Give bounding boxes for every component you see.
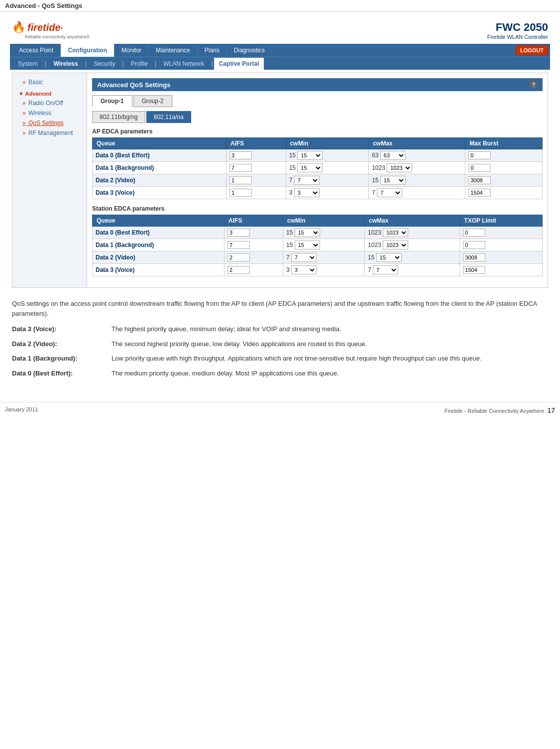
ap-col-aifs: AIFS xyxy=(226,138,286,149)
page-header: Advanced - QoS Settings xyxy=(0,0,560,12)
sta-cwmin-select[interactable]: 371531631272555111023 xyxy=(295,228,320,237)
sta-cwmax-select[interactable]: 71531631272555111023 xyxy=(373,265,398,274)
help-icon[interactable]: ? xyxy=(530,81,538,89)
sta-txop-input[interactable] xyxy=(463,229,485,237)
sub-nav-security[interactable]: Security xyxy=(88,58,121,70)
desc-intro: QoS settings on the access point control… xyxy=(12,299,548,318)
ap-cwmax-cell: 63 71531631272555111023 xyxy=(369,149,465,162)
nav-maintenance[interactable]: Maintenance xyxy=(149,44,198,57)
ap-maxburst-input[interactable] xyxy=(468,176,491,184)
sub-nav-profile[interactable]: Profile xyxy=(125,58,154,70)
sta-aifs-input[interactable] xyxy=(227,253,250,261)
ap-cwmax-cell: 15 71531631272555111023 xyxy=(369,174,465,187)
ap-aifs-input[interactable] xyxy=(229,176,252,184)
sub-nav-wireless[interactable]: Wireless xyxy=(47,58,84,70)
logout-button[interactable]: LOGOUT xyxy=(516,45,548,55)
sta-queue-cell: Data 2 (Video) xyxy=(93,251,224,264)
ap-cwmin-select[interactable]: 371531631272555111023 xyxy=(297,151,323,160)
sidebar-item-basic[interactable]: » Basic xyxy=(12,77,87,87)
station-edca-label: Station EDCA parameters xyxy=(92,205,543,212)
ap-edca-row: Data 0 (Best Effort) 15 3715316312725551… xyxy=(93,149,543,162)
fwc-title: FWC 2050 xyxy=(487,21,548,34)
ap-cwmin-select[interactable]: 371531631272555111023 xyxy=(294,188,320,197)
sta-cwmin-select[interactable]: 371531631272555111023 xyxy=(291,265,317,274)
band-tab-a[interactable]: 802.11a/na xyxy=(146,111,191,123)
ap-col-queue: Queue xyxy=(93,138,226,149)
ap-cwmin-cell: 15 371531631272555111023 xyxy=(286,162,368,174)
ap-maxburst-input[interactable] xyxy=(468,151,491,159)
ap-edca-label: AP EDCA parameters xyxy=(92,128,543,135)
nav-diagnostics[interactable]: Diagnostics xyxy=(227,44,272,57)
ap-cwmax-select[interactable]: 71531631272555111023 xyxy=(387,163,412,172)
nav-monitor[interactable]: Monitor xyxy=(114,44,149,57)
sta-cwmin-select[interactable]: 371531631272555111023 xyxy=(295,241,320,250)
nav-access-point[interactable]: Access Point xyxy=(12,44,61,57)
flame-icon: 🔥 xyxy=(12,21,25,34)
sidebar-item-radio[interactable]: » Radio On/Off xyxy=(12,98,87,108)
group-tab-1[interactable]: Group-1 xyxy=(92,95,132,107)
sta-col-queue: Queue xyxy=(93,215,224,227)
logo-bar: 🔥 firetide· Reliable connectivity anywhe… xyxy=(10,17,550,44)
desc-row: Data 1 (Background): Low priority queue … xyxy=(12,354,548,364)
sta-cwmax-select[interactable]: 71531631272555111023 xyxy=(383,241,408,250)
ap-cwmax-cell: 7 71531631272555111023 xyxy=(369,187,465,199)
sta-cwmin-select[interactable]: 371531631272555111023 xyxy=(291,253,317,262)
sta-aifs-input[interactable] xyxy=(227,241,250,249)
nav-configuration[interactable]: Configuration xyxy=(61,44,114,57)
sta-queue-cell: Data 1 (Background) xyxy=(93,239,224,251)
ap-maxburst-input[interactable] xyxy=(468,189,491,197)
sta-cwmax-select[interactable]: 71531631272555111023 xyxy=(376,253,402,262)
sub-nav-wlan-network[interactable]: WLAN Network xyxy=(157,58,210,70)
station-edca-row: Data 1 (Background) 15 37153163127255511… xyxy=(93,239,543,251)
arrow-icon-radio: » xyxy=(22,100,26,107)
desc-text: Low priority queue with high throughput.… xyxy=(112,354,548,364)
ap-cwmin-cell: 7 371531631272555111023 xyxy=(286,174,368,187)
sta-aifs-input[interactable] xyxy=(227,229,250,237)
description-section: QoS settings on the access point control… xyxy=(10,291,550,387)
sta-txop-input[interactable] xyxy=(463,266,485,274)
sta-cwmax-cell: 7 71531631272555111023 xyxy=(365,264,460,276)
ap-aifs-input[interactable] xyxy=(229,189,252,197)
sta-txop-input[interactable] xyxy=(463,253,485,261)
ap-cwmax-select[interactable]: 71531631272555111023 xyxy=(380,151,406,160)
sta-col-txop: TXOP Limit xyxy=(460,215,543,227)
sub-nav-captive-portal[interactable]: Captive Portal xyxy=(214,58,264,70)
sub-nav-div1: | xyxy=(44,57,47,70)
band-tab-bg[interactable]: 802.11b/bg/ng xyxy=(92,111,145,123)
sta-queue-cell: Data 3 (Voice) xyxy=(93,264,224,276)
ap-cwmin-select[interactable]: 371531631272555111023 xyxy=(297,163,323,172)
ap-aifs-input[interactable] xyxy=(229,164,252,172)
ap-maxburst-cell xyxy=(465,149,543,162)
ap-cwmax-select[interactable]: 71531631272555111023 xyxy=(377,188,402,197)
sidebar-item-advanced[interactable]: ▼ Advanced xyxy=(12,89,87,98)
sta-aifs-input[interactable] xyxy=(227,266,250,274)
group-tab-2[interactable]: Group-2 xyxy=(133,95,172,107)
main-panel: Advanced QoS Settings ? Group-1 Group-2 … xyxy=(87,73,548,287)
desc-label: Data 3 (Voice): xyxy=(12,324,102,334)
sta-aifs-cell xyxy=(224,227,283,239)
ap-edca-row: Data 2 (Video) 7 371531631272555111023 1… xyxy=(93,174,543,187)
sidebar: » Basic ▼ Advanced » Radio On/Off » Wire… xyxy=(12,73,87,287)
ap-col-cwmax: cwMax xyxy=(369,138,465,149)
desc-label: Data 2 (Video): xyxy=(12,339,102,349)
sta-cwmax-select[interactable]: 71531631272555111023 xyxy=(383,228,408,237)
ap-cwmax-select[interactable]: 71531631272555111023 xyxy=(380,176,406,185)
station-edca-row: Data 3 (Voice) 3 371531631272555111023 7… xyxy=(93,264,543,276)
ap-cwmin-select[interactable]: 371531631272555111023 xyxy=(294,176,320,185)
sidebar-item-qos[interactable]: » QoS Settings xyxy=(12,118,87,128)
ap-aifs-input[interactable] xyxy=(229,151,252,159)
sta-cwmin-cell: 7 371531631272555111023 xyxy=(283,251,365,264)
logo-text: firetide· xyxy=(27,22,63,33)
sub-nav-system[interactable]: System xyxy=(12,58,44,70)
panel-title-text: Advanced QoS Settings xyxy=(97,81,170,89)
sidebar-item-wireless[interactable]: » Wireless xyxy=(12,108,87,118)
nav-plans[interactable]: Plans xyxy=(198,44,227,57)
ap-maxburst-cell xyxy=(465,187,543,199)
sub-nav-div4: | xyxy=(154,57,157,70)
sta-txop-input[interactable] xyxy=(463,241,485,249)
sta-txop-cell xyxy=(460,264,543,276)
ap-maxburst-input[interactable] xyxy=(468,164,491,172)
sta-aifs-cell xyxy=(224,264,283,276)
sta-txop-cell xyxy=(460,239,543,251)
sidebar-item-rf[interactable]: » RF Management xyxy=(12,128,87,138)
